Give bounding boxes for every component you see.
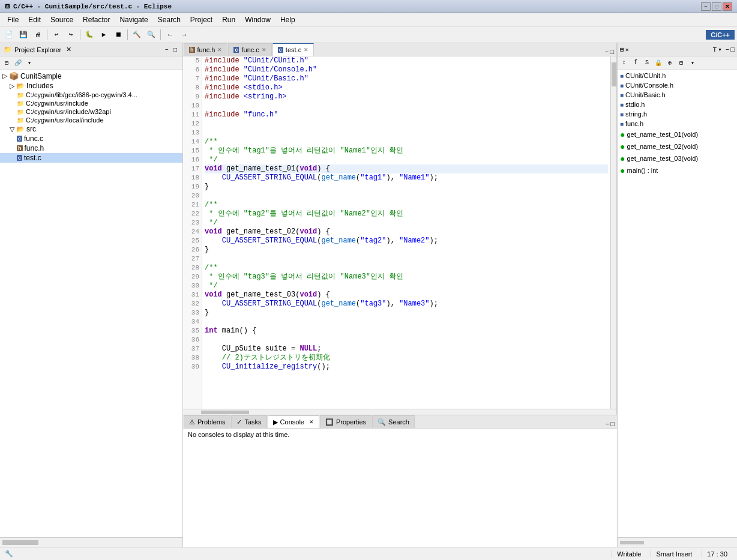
tab-tasks[interactable]: ✓ Tasks bbox=[231, 415, 266, 428]
tab-close-func-c[interactable]: ✕ bbox=[262, 47, 266, 53]
maximize-button[interactable]: □ bbox=[712, 2, 721, 11]
outline-item-func-h[interactable]: ■ func.h bbox=[618, 119, 737, 128]
sort-button[interactable]: ↕ bbox=[619, 58, 630, 68]
bottom-panel-content-area: No consoles to display at this time. bbox=[183, 429, 617, 547]
outline-item-basic-h[interactable]: ■ CUnit/Basic.h bbox=[618, 90, 737, 100]
outline-panel: ⊞ ✕ T ▾ − □ ↕ f S 🔒 ⊕ ⊟ ▾ ■ CUnit/CUnit.… bbox=[617, 43, 737, 547]
toolbar-new[interactable]: 📄 bbox=[2, 28, 16, 41]
code-content[interactable]: #include "CUnit/CUnit.h"#include "CUnit/… bbox=[202, 56, 610, 409]
tab-test-c[interactable]: c test.c ✕ bbox=[272, 43, 314, 56]
link-with-editor-button[interactable]: 🔗 bbox=[13, 58, 23, 68]
maximize-panel-button[interactable]: □ bbox=[172, 46, 179, 53]
bottom-panel: ⚠ Problems ✓ Tasks ▶ Console ✕ 🔲 Propert… bbox=[183, 415, 617, 547]
explorer-menu-button[interactable]: ▾ bbox=[24, 58, 35, 68]
outline-item-fn3[interactable]: ● get_name_test_03(void) bbox=[618, 152, 737, 164]
tab-problems[interactable]: ⚠ Problems bbox=[184, 415, 230, 428]
tab-label-problems: Problems bbox=[197, 418, 225, 426]
tree-item-include-4[interactable]: 📁 C:/cygwin/usr/local/include bbox=[0, 116, 182, 124]
close-button[interactable]: ✕ bbox=[723, 2, 732, 11]
menu-project[interactable]: Project bbox=[185, 13, 217, 26]
maximize-bottom-button[interactable]: □ bbox=[610, 421, 615, 428]
explorer-scrollbar[interactable] bbox=[0, 537, 182, 547]
tab-close-func-h[interactable]: ✕ bbox=[217, 47, 222, 53]
menu-run[interactable]: Run bbox=[217, 13, 240, 26]
outline-minimize-btn[interactable]: T bbox=[713, 46, 717, 53]
sync-button[interactable]: ⊕ bbox=[664, 58, 675, 68]
tab-properties[interactable]: 🔲 Properties bbox=[320, 415, 372, 428]
outline-item-fn1[interactable]: ● get_name_test_01(void) bbox=[618, 128, 737, 140]
outline-item-stdio-h[interactable]: ■ stdio.h bbox=[618, 100, 737, 109]
tree-item-include-2[interactable]: 📁 C:/cygwin/usr/include bbox=[0, 99, 182, 107]
menu-refactor[interactable]: Refactor bbox=[78, 13, 115, 26]
maximize-editor-button[interactable]: □ bbox=[610, 49, 614, 56]
tab-func-h[interactable]: h func.h ✕ bbox=[184, 43, 227, 56]
menu-file[interactable]: File bbox=[2, 13, 23, 26]
toolbar-run[interactable]: ▶ bbox=[97, 28, 110, 41]
project-explorer-icon: 📁 bbox=[4, 46, 12, 53]
outline-menu-btn2[interactable]: ▾ bbox=[687, 58, 698, 68]
outline-item-string-h[interactable]: ■ string.h bbox=[618, 109, 737, 119]
tree-label-cunit-sample: CunitSample bbox=[20, 72, 62, 80]
tree-item-test-c[interactable]: c test.c bbox=[0, 153, 182, 163]
outline-item-main[interactable]: ● main() : int bbox=[618, 164, 737, 176]
tab-close-test-c[interactable]: ✕ bbox=[304, 47, 308, 53]
toolbar-print[interactable]: 🖨 bbox=[31, 28, 44, 41]
outline-scrollbar[interactable] bbox=[618, 537, 737, 547]
menu-edit[interactable]: Edit bbox=[23, 13, 46, 26]
outline-close-icon[interactable]: ✕ bbox=[625, 46, 629, 53]
collapse-all-outline-button[interactable]: ⊟ bbox=[676, 58, 687, 68]
status-position: 17 : 30 bbox=[702, 550, 732, 558]
menu-navigate[interactable]: Navigate bbox=[115, 13, 152, 26]
tree-item-cunit-sample[interactable]: ▷ 📦 CunitSample bbox=[0, 71, 182, 81]
menu-help[interactable]: Help bbox=[275, 13, 300, 26]
minimize-editor-button[interactable]: − bbox=[605, 49, 609, 56]
toolbar-save[interactable]: 💾 bbox=[17, 28, 30, 41]
tree-item-include-1[interactable]: 📁 C:/cygwin/lib/gcc/i686-pc-cygwin/3.4..… bbox=[0, 91, 182, 99]
toolbar-stop[interactable]: ⏹ bbox=[112, 28, 125, 41]
tab-func-c[interactable]: c func.c ✕ bbox=[228, 43, 271, 56]
tree-item-include-3[interactable]: 📁 C:/cygwin/usr/include/w32api bbox=[0, 107, 182, 116]
minimize-panel-button[interactable]: − bbox=[163, 46, 170, 53]
outline-item-fn2[interactable]: ● get_name_test_02(void) bbox=[618, 140, 737, 152]
close-icon[interactable]: ✕ bbox=[66, 46, 71, 53]
toolbar-debug[interactable]: 🐛 bbox=[83, 28, 96, 41]
outline-label-basic-h: CUnit/Basic.h bbox=[625, 91, 666, 98]
hide-fields-button[interactable]: f bbox=[630, 58, 641, 68]
outline-panel-maximize[interactable]: □ bbox=[730, 46, 735, 53]
tree-item-func-c[interactable]: c func.c bbox=[0, 134, 182, 143]
collapse-all-button[interactable]: ⊟ bbox=[1, 58, 12, 68]
toolbar-redo[interactable]: ↪ bbox=[64, 28, 77, 41]
tab-close-console[interactable]: ✕ bbox=[309, 419, 314, 425]
hide-static-button[interactable]: S bbox=[642, 58, 652, 68]
function-icon: ● bbox=[620, 154, 625, 163]
toolbar-search[interactable]: 🔍 bbox=[145, 28, 158, 41]
outline-item-cunit-h[interactable]: ■ CUnit/CUnit.h bbox=[618, 71, 737, 80]
tab-icon-test-c: c bbox=[278, 47, 283, 53]
outline-menu-btn[interactable]: ▾ bbox=[718, 46, 722, 53]
menu-source[interactable]: Source bbox=[46, 13, 78, 26]
tree-item-func-h[interactable]: h func.h bbox=[0, 143, 182, 153]
function-icon: ● bbox=[620, 142, 625, 151]
editor-scrollbar-v[interactable] bbox=[610, 56, 616, 409]
menu-search[interactable]: Search bbox=[153, 13, 185, 26]
toolbar-undo[interactable]: ↩ bbox=[50, 28, 63, 41]
toolbar-build[interactable]: 🔨 bbox=[130, 28, 143, 41]
tree-item-src[interactable]: ▽ 📂 src bbox=[0, 124, 182, 134]
tab-console[interactable]: ▶ Console ✕ bbox=[268, 415, 319, 428]
toolbar-forward[interactable]: → bbox=[178, 28, 191, 41]
tree-label-include-2: C:/cygwin/usr/include bbox=[26, 100, 88, 107]
tree-label-include-1: C:/cygwin/lib/gcc/i686-pc-cygwin/3.4... bbox=[26, 91, 137, 98]
perspective-button[interactable]: C/C++ bbox=[706, 30, 735, 40]
minimize-button[interactable]: − bbox=[701, 2, 711, 11]
toolbar-back[interactable]: ← bbox=[163, 28, 176, 41]
outline-panel-minimize[interactable]: − bbox=[726, 46, 730, 53]
window-controls: − □ ✕ bbox=[701, 2, 732, 11]
editor-scrollbar-h[interactable] bbox=[183, 409, 616, 415]
outline-item-console-h[interactable]: ■ CUnit/Console.h bbox=[618, 80, 737, 90]
hide-non-public-button[interactable]: 🔒 bbox=[653, 58, 664, 68]
tab-search[interactable]: 🔍 Search bbox=[372, 415, 415, 428]
tree-item-includes[interactable]: ▷ 📂 Includes bbox=[0, 81, 182, 91]
bottom-tab-controls: − □ bbox=[606, 421, 617, 428]
minimize-bottom-button[interactable]: − bbox=[606, 421, 610, 428]
menu-window[interactable]: Window bbox=[240, 13, 275, 26]
